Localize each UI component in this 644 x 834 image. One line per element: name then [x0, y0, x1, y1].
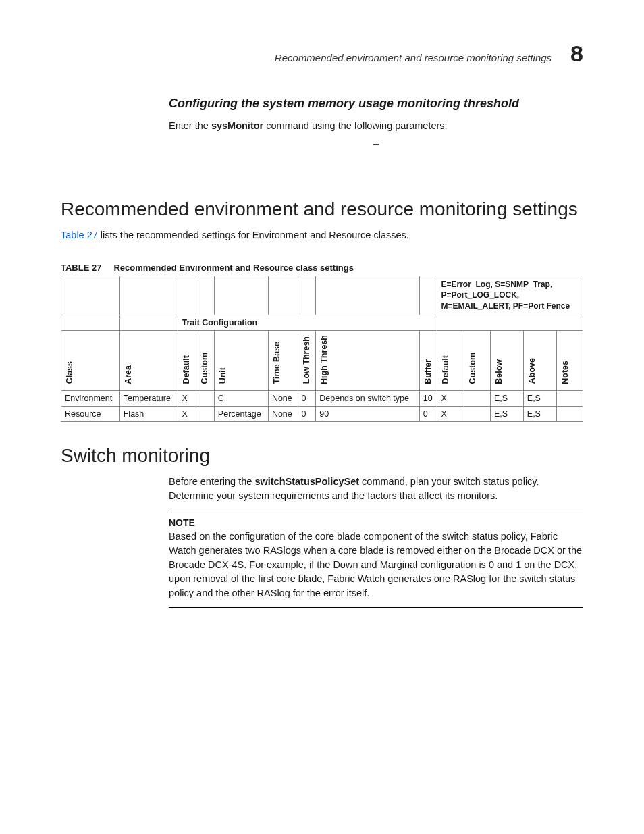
cell-timebase: None [268, 406, 298, 421]
cell-area: Flash [119, 406, 178, 421]
cell-below: E,S [490, 390, 523, 406]
col-lowthresh: Low Thresh [298, 330, 316, 390]
running-header: Recommended environment and resource mon… [61, 41, 583, 67]
col-notes: Notes [556, 330, 583, 390]
subsection-block: Configuring the system memory usage moni… [169, 97, 583, 151]
cell-highthresh: 90 [316, 406, 420, 421]
table-column-headers: Class Area Default Custom Unit Time Base… [61, 330, 583, 390]
placeholder-dash: – [169, 137, 583, 151]
col-class: Class [61, 330, 120, 390]
cell-unit: C [214, 390, 268, 406]
col-acustom: Custom [464, 330, 490, 390]
cell-timebase: None [268, 390, 298, 406]
table-caption-number: TABLE 27 [61, 263, 101, 273]
cell-highthresh: Depends on switch type [316, 390, 420, 406]
table-row: Environment Temperature X C None 0 Depen… [61, 390, 583, 406]
cell-lowthresh: 0 [298, 390, 316, 406]
chapter-number: 8 [570, 41, 583, 67]
command-name: sysMonitor [211, 120, 263, 131]
cell-above: E,S [523, 390, 556, 406]
switch-monitoring-para: Before entering the switchStatusPolicySe… [169, 475, 583, 503]
cell-area: Temperature [119, 390, 178, 406]
section-heading: Recommended environment and resource mon… [61, 199, 583, 220]
breadcrumb: Recommended environment and resource mon… [275, 52, 552, 63]
cell-acustom [464, 406, 490, 421]
col-buffer: Buffer [419, 330, 437, 390]
cell-buffer: 10 [419, 390, 437, 406]
col-highthresh: High Thresh [316, 330, 420, 390]
cell-lowthresh: 0 [298, 406, 316, 421]
cell-default: X [178, 406, 196, 421]
section-heading: Switch monitoring [61, 445, 583, 467]
col-below: Below [490, 330, 523, 390]
cell-acustom [464, 390, 490, 406]
table-legend: E=Error_Log, S=SNMP_Trap, P=Port_LOG_LOC… [437, 276, 583, 315]
col-custom: Custom [196, 330, 215, 390]
col-area: Area [119, 330, 178, 390]
col-adefault: Default [437, 330, 464, 390]
table-row: Resource Flash X Percentage None 0 90 0 … [61, 406, 583, 421]
cell-custom [196, 406, 215, 421]
cell-class: Environment [61, 390, 120, 406]
page: Recommended environment and resource mon… [0, 0, 644, 834]
cell-unit: Percentage [214, 406, 268, 421]
cell-default: X [178, 390, 196, 406]
note-label: NOTE [169, 517, 583, 528]
note-body: Based on the configuration of the core b… [169, 529, 583, 600]
cell-adefault: X [437, 390, 464, 406]
table-legend-row: E=Error_Log, S=SNMP_Trap, P=Port_LOG_LOC… [61, 276, 583, 315]
cell-notes [556, 406, 583, 421]
cell-buffer: 0 [419, 406, 437, 421]
subsection-title: Configuring the system memory usage moni… [169, 97, 583, 111]
table-caption-text: Recommended Environment and Resource cla… [113, 263, 353, 273]
cell-custom [196, 390, 215, 406]
table-group-row: Trait Configuration [61, 315, 583, 330]
table-reference-link[interactable]: Table 27 [61, 230, 98, 240]
col-timebase: Time Base [268, 330, 298, 390]
cell-notes [556, 390, 583, 406]
col-unit: Unit [214, 330, 268, 390]
note-block: NOTE Based on the configuration of the c… [169, 513, 583, 608]
section-lead: Table 27 lists the recommended settings … [61, 228, 583, 242]
command-name: switchStatusPolicySet [254, 476, 359, 487]
cell-class: Resource [61, 406, 120, 421]
cell-adefault: X [437, 406, 464, 421]
table-caption: TABLE 27Recommended Environment and Reso… [61, 263, 583, 273]
cell-below: E,S [490, 406, 523, 421]
col-above: Above [523, 330, 556, 390]
command-instruction: Enter the sysMonitor command using the f… [169, 119, 583, 133]
cell-above: E,S [523, 406, 556, 421]
trait-group-header: Trait Configuration [178, 315, 437, 330]
switch-monitoring-block: Before entering the switchStatusPolicySe… [169, 475, 583, 608]
col-default: Default [178, 330, 196, 390]
settings-table: E=Error_Log, S=SNMP_Trap, P=Port_LOG_LOC… [61, 276, 583, 421]
